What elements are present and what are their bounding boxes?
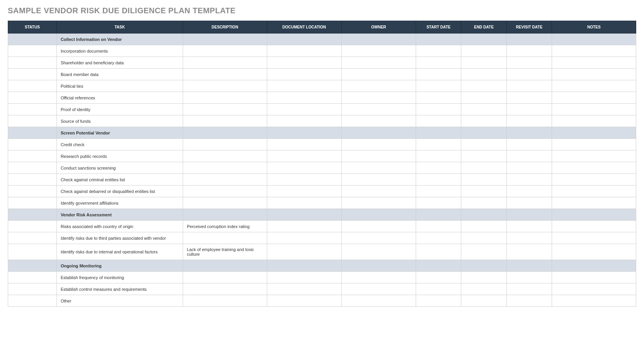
cell-end-date[interactable] xyxy=(461,80,506,92)
cell-description[interactable] xyxy=(183,45,267,57)
cell-owner[interactable] xyxy=(341,209,416,221)
cell-revisit-date[interactable] xyxy=(506,197,552,209)
cell-status[interactable] xyxy=(8,80,57,92)
cell-revisit-date[interactable] xyxy=(506,232,552,244)
cell-start-date[interactable] xyxy=(416,150,461,162)
cell-status[interactable] xyxy=(8,57,57,69)
cell-start-date[interactable] xyxy=(416,45,461,57)
cell-task[interactable]: Research public records xyxy=(56,150,183,162)
cell-owner[interactable] xyxy=(341,197,416,209)
cell-task[interactable]: Ongoing Monitoring xyxy=(56,260,183,272)
cell-end-date[interactable] xyxy=(461,232,506,244)
cell-start-date[interactable] xyxy=(416,57,461,69)
cell-description[interactable] xyxy=(183,209,267,221)
cell-task[interactable]: Board member data xyxy=(56,69,183,80)
cell-owner[interactable] xyxy=(341,80,416,92)
cell-notes[interactable] xyxy=(552,232,636,244)
cell-status[interactable] xyxy=(8,115,57,127)
cell-document-location[interactable] xyxy=(267,104,341,115)
cell-end-date[interactable] xyxy=(461,104,506,115)
cell-status[interactable] xyxy=(8,127,57,139)
cell-end-date[interactable] xyxy=(461,221,506,232)
cell-start-date[interactable] xyxy=(416,209,461,221)
cell-notes[interactable] xyxy=(552,272,636,283)
cell-status[interactable] xyxy=(8,45,57,57)
cell-notes[interactable] xyxy=(552,104,636,115)
cell-description[interactable] xyxy=(183,197,267,209)
cell-end-date[interactable] xyxy=(461,197,506,209)
cell-end-date[interactable] xyxy=(461,174,506,186)
cell-end-date[interactable] xyxy=(461,283,506,295)
cell-document-location[interactable] xyxy=(267,272,341,283)
cell-description[interactable] xyxy=(183,115,267,127)
cell-description[interactable] xyxy=(183,174,267,186)
cell-revisit-date[interactable] xyxy=(506,127,552,139)
cell-revisit-date[interactable] xyxy=(506,244,552,260)
cell-status[interactable] xyxy=(8,260,57,272)
cell-owner[interactable] xyxy=(341,34,416,45)
cell-description[interactable] xyxy=(183,295,267,307)
cell-description[interactable] xyxy=(183,162,267,174)
cell-revisit-date[interactable] xyxy=(506,295,552,307)
cell-document-location[interactable] xyxy=(267,209,341,221)
cell-start-date[interactable] xyxy=(416,92,461,104)
cell-document-location[interactable] xyxy=(267,283,341,295)
cell-notes[interactable] xyxy=(552,162,636,174)
cell-description[interactable]: Lack of employee training and toxic cult… xyxy=(183,244,267,260)
cell-task[interactable]: Political ties xyxy=(56,80,183,92)
cell-start-date[interactable] xyxy=(416,197,461,209)
cell-notes[interactable] xyxy=(552,174,636,186)
cell-description[interactable] xyxy=(183,34,267,45)
cell-document-location[interactable] xyxy=(267,127,341,139)
cell-revisit-date[interactable] xyxy=(506,209,552,221)
cell-document-location[interactable] xyxy=(267,45,341,57)
cell-notes[interactable] xyxy=(552,197,636,209)
cell-start-date[interactable] xyxy=(416,80,461,92)
cell-revisit-date[interactable] xyxy=(506,57,552,69)
cell-owner[interactable] xyxy=(341,272,416,283)
cell-notes[interactable] xyxy=(552,295,636,307)
cell-description[interactable] xyxy=(183,69,267,80)
cell-status[interactable] xyxy=(8,174,57,186)
cell-task[interactable]: Collect Information on Vendor xyxy=(56,34,183,45)
cell-document-location[interactable] xyxy=(267,174,341,186)
cell-start-date[interactable] xyxy=(416,260,461,272)
cell-start-date[interactable] xyxy=(416,104,461,115)
cell-notes[interactable] xyxy=(552,69,636,80)
cell-notes[interactable] xyxy=(552,150,636,162)
cell-start-date[interactable] xyxy=(416,186,461,197)
cell-revisit-date[interactable] xyxy=(506,221,552,232)
cell-status[interactable] xyxy=(8,104,57,115)
cell-task[interactable]: Shareholder and beneficiary data xyxy=(56,57,183,69)
cell-document-location[interactable] xyxy=(267,260,341,272)
cell-end-date[interactable] xyxy=(461,162,506,174)
cell-owner[interactable] xyxy=(341,174,416,186)
cell-end-date[interactable] xyxy=(461,115,506,127)
cell-revisit-date[interactable] xyxy=(506,283,552,295)
cell-document-location[interactable] xyxy=(267,92,341,104)
cell-document-location[interactable] xyxy=(267,34,341,45)
cell-owner[interactable] xyxy=(341,295,416,307)
cell-revisit-date[interactable] xyxy=(506,150,552,162)
cell-status[interactable] xyxy=(8,221,57,232)
cell-start-date[interactable] xyxy=(416,34,461,45)
cell-owner[interactable] xyxy=(341,260,416,272)
cell-task[interactable]: Screen Potential Vendor xyxy=(56,127,183,139)
cell-end-date[interactable] xyxy=(461,139,506,150)
cell-task[interactable]: Vendor Risk Assessment xyxy=(56,209,183,221)
cell-status[interactable] xyxy=(8,295,57,307)
cell-notes[interactable] xyxy=(552,115,636,127)
cell-owner[interactable] xyxy=(341,69,416,80)
cell-status[interactable] xyxy=(8,69,57,80)
cell-task[interactable]: Proof of identity xyxy=(56,104,183,115)
cell-notes[interactable] xyxy=(552,260,636,272)
cell-notes[interactable] xyxy=(552,221,636,232)
cell-revisit-date[interactable] xyxy=(506,162,552,174)
cell-document-location[interactable] xyxy=(267,221,341,232)
cell-description[interactable] xyxy=(183,80,267,92)
cell-start-date[interactable] xyxy=(416,162,461,174)
cell-start-date[interactable] xyxy=(416,127,461,139)
cell-start-date[interactable] xyxy=(416,139,461,150)
cell-end-date[interactable] xyxy=(461,45,506,57)
cell-owner[interactable] xyxy=(341,232,416,244)
